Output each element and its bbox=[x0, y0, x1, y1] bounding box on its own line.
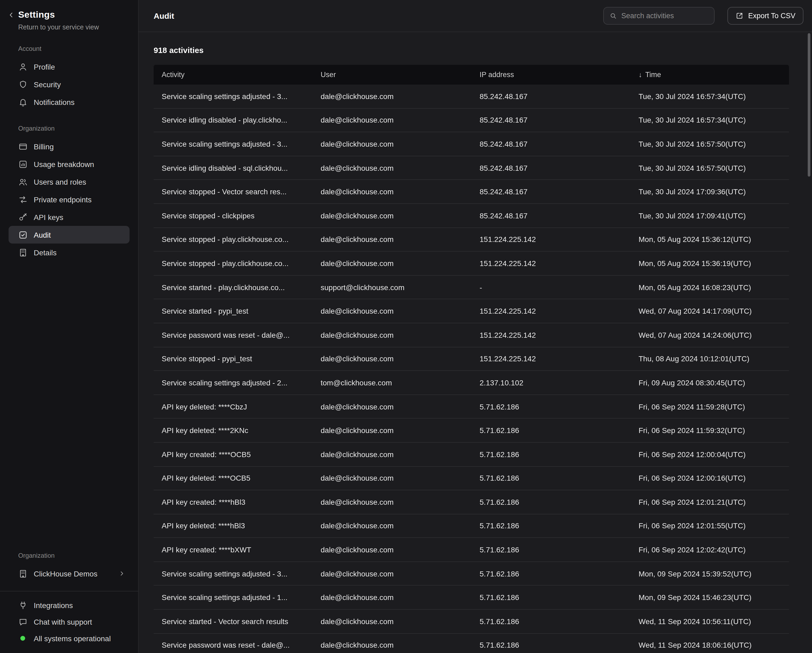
activity-cell: Service scaling settings adjusted - 1... bbox=[154, 593, 313, 602]
ip-cell: 5.71.62.186 bbox=[472, 545, 630, 554]
user-cell: dale@clickhouse.com bbox=[313, 617, 472, 626]
table-row[interactable]: Service scaling settings adjusted - 1...… bbox=[154, 586, 789, 610]
table-row[interactable]: Service scaling settings adjusted - 2...… bbox=[154, 371, 789, 395]
activity-cell: Service started - pypi_test bbox=[154, 307, 313, 315]
user-cell: support@clickhouse.com bbox=[313, 283, 472, 291]
table-row[interactable]: API key deleted: ****CbzJ dale@clickhous… bbox=[154, 395, 789, 418]
table-row[interactable]: API key deleted: ****OCB5 dale@clickhous… bbox=[154, 467, 789, 490]
time-cell: Fri, 06 Sep 2024 11:59:28(UTC) bbox=[630, 402, 789, 411]
sidebar-item-users-and-roles[interactable]: Users and roles bbox=[9, 173, 130, 191]
table-row[interactable]: Service password was reset - dale@... da… bbox=[154, 323, 789, 347]
table-row[interactable]: Service stopped - play.clickhouse.co... … bbox=[154, 228, 789, 252]
user-cell: dale@clickhouse.com bbox=[313, 593, 472, 602]
time-cell: Tue, 30 Jul 2024 16:57:34(UTC) bbox=[630, 116, 789, 124]
system-status-item[interactable]: All systems operational bbox=[9, 630, 130, 647]
table-row[interactable]: Service scaling settings adjusted - 3...… bbox=[154, 85, 789, 108]
table-row[interactable]: API key created: ****hBl3 dale@clickhous… bbox=[154, 490, 789, 514]
user-cell: dale@clickhouse.com bbox=[313, 522, 472, 530]
user-cell: tom@clickhouse.com bbox=[313, 378, 472, 387]
table-row[interactable]: Service started - Vector search results … bbox=[154, 610, 789, 633]
sidebar-item-profile[interactable]: Profile bbox=[9, 58, 130, 75]
table-row[interactable]: Service stopped - clickpipes dale@clickh… bbox=[154, 204, 789, 228]
sidebar-item-notifications[interactable]: Notifications bbox=[9, 93, 130, 111]
time-cell: Fri, 06 Sep 2024 12:00:04(UTC) bbox=[630, 450, 789, 458]
section-label-organization: Organization bbox=[18, 125, 138, 132]
ip-cell: - bbox=[472, 283, 630, 291]
column-header-ip-address[interactable]: IP address bbox=[472, 71, 630, 79]
page-title: Audit bbox=[154, 11, 174, 20]
table-row[interactable]: Service idling disabled - sql.clickhou..… bbox=[154, 156, 789, 180]
settings-header: Settings Return to your service view bbox=[0, 0, 138, 31]
user-cell: dale@clickhouse.com bbox=[313, 140, 472, 148]
sidebar-item-chat-with-support[interactable]: Chat with support bbox=[9, 613, 130, 630]
ip-cell: 85.242.48.167 bbox=[472, 187, 630, 196]
search-input[interactable] bbox=[621, 12, 708, 20]
activities-count: 918 activities bbox=[154, 46, 789, 55]
search-activities-box[interactable] bbox=[603, 7, 714, 24]
activity-cell: API key created: ****hBl3 bbox=[154, 498, 313, 507]
table-row[interactable]: API key deleted: ****2KNc dale@clickhous… bbox=[154, 419, 789, 442]
column-header-user[interactable]: User bbox=[313, 71, 472, 79]
table-row[interactable]: API key created: ****OCB5 dale@clickhous… bbox=[154, 442, 789, 467]
time-cell: Fri, 09 Aug 2024 08:30:45(UTC) bbox=[630, 378, 789, 387]
sidebar-item-label: Integrations bbox=[34, 601, 73, 609]
sidebar-item-private-endpoints[interactable]: Private endpoints bbox=[9, 191, 130, 208]
section-label-account: Account bbox=[18, 45, 138, 52]
activity-cell: Service stopped - Vector search res... bbox=[154, 187, 313, 196]
table-row[interactable]: Service password was reset - dale@... da… bbox=[154, 633, 789, 653]
sidebar-item-api-keys[interactable]: API keys bbox=[9, 208, 130, 226]
ip-cell: 151.224.225.142 bbox=[472, 307, 630, 315]
activity-cell: Service started - Vector search results bbox=[154, 617, 313, 626]
table-row[interactable]: Service scaling settings adjusted - 3...… bbox=[154, 562, 789, 586]
sidebar-item-clickhouse-demos[interactable]: ClickHouse Demos bbox=[9, 565, 130, 582]
user-cell: dale@clickhouse.com bbox=[313, 163, 472, 172]
table-row[interactable]: API key created: ****bXWT dale@clickhous… bbox=[154, 538, 789, 562]
sidebar-item-security[interactable]: Security bbox=[9, 75, 130, 93]
scrollbar-thumb[interactable] bbox=[808, 33, 810, 177]
table-row[interactable]: Service stopped - play.clickhouse.co... … bbox=[154, 252, 789, 275]
integrations-icon bbox=[18, 600, 28, 610]
ip-cell: 5.71.62.186 bbox=[472, 593, 630, 602]
time-cell: Wed, 11 Sep 2024 10:56:11(UTC) bbox=[630, 617, 789, 626]
ip-cell: 85.242.48.167 bbox=[472, 116, 630, 124]
sidebar-item-billing[interactable]: Billing bbox=[9, 137, 130, 155]
time-cell: Tue, 30 Jul 2024 17:09:41(UTC) bbox=[630, 211, 789, 220]
time-cell: Fri, 06 Sep 2024 12:01:21(UTC) bbox=[630, 498, 789, 507]
chat-bubble-icon bbox=[18, 617, 28, 627]
activity-cell: Service stopped - play.clickhouse.co... bbox=[154, 235, 313, 244]
sidebar-item-usage-breakdown[interactable]: Usage breakdown bbox=[9, 155, 130, 173]
export-csv-button[interactable]: Export To CSV bbox=[727, 7, 803, 24]
column-header-time[interactable]: ↓ Time bbox=[630, 71, 789, 79]
activity-cell: API key deleted: ****OCB5 bbox=[154, 474, 313, 482]
sidebar-item-details[interactable]: Details bbox=[9, 244, 130, 261]
chevron-right-icon bbox=[118, 570, 125, 577]
ip-cell: 5.71.62.186 bbox=[472, 641, 630, 650]
key-icon bbox=[18, 212, 28, 222]
activity-cell: Service started - play.clickhouse.co... bbox=[154, 283, 313, 291]
table-row[interactable]: Service stopped - pypi_test dale@clickho… bbox=[154, 347, 789, 371]
table-row[interactable]: Service stopped - Vector search res... d… bbox=[154, 180, 789, 204]
time-cell: Tue, 30 Jul 2024 16:57:50(UTC) bbox=[630, 140, 789, 148]
table-row[interactable]: Service scaling settings adjusted - 3...… bbox=[154, 132, 789, 156]
time-cell: Fri, 06 Sep 2024 12:01:55(UTC) bbox=[630, 522, 789, 530]
table-row[interactable]: API key deleted: ****hBl3 dale@clickhous… bbox=[154, 514, 789, 538]
table-row[interactable]: Service started - pypi_test dale@clickho… bbox=[154, 299, 789, 323]
time-cell: Mon, 05 Aug 2024 15:36:19(UTC) bbox=[630, 259, 789, 268]
table-row[interactable]: Service idling disabled - play.clickho..… bbox=[154, 108, 789, 132]
table-row[interactable]: Service started - play.clickhouse.co... … bbox=[154, 276, 789, 299]
activity-cell: Service scaling settings adjusted - 3... bbox=[154, 569, 313, 578]
time-cell: Fri, 06 Sep 2024 12:00:16(UTC) bbox=[630, 474, 789, 482]
user-cell: dale@clickhouse.com bbox=[313, 92, 472, 101]
sidebar-item-label: Profile bbox=[34, 63, 55, 71]
ip-cell: 5.71.62.186 bbox=[472, 402, 630, 411]
back-chevron-icon[interactable] bbox=[8, 11, 15, 19]
audit-check-icon bbox=[18, 230, 28, 240]
sidebar-item-audit[interactable]: Audit bbox=[9, 226, 130, 244]
sidebar-bottom: Organization ClickHouse Demos Integratio… bbox=[0, 538, 138, 653]
users-icon bbox=[18, 177, 28, 186]
column-header-activity[interactable]: Activity bbox=[154, 71, 313, 79]
user-cell: dale@clickhouse.com bbox=[313, 211, 472, 220]
ip-cell: 2.137.10.102 bbox=[472, 378, 630, 387]
sidebar-item-integrations[interactable]: Integrations bbox=[9, 597, 130, 613]
time-cell: Wed, 07 Aug 2024 14:24:06(UTC) bbox=[630, 331, 789, 339]
